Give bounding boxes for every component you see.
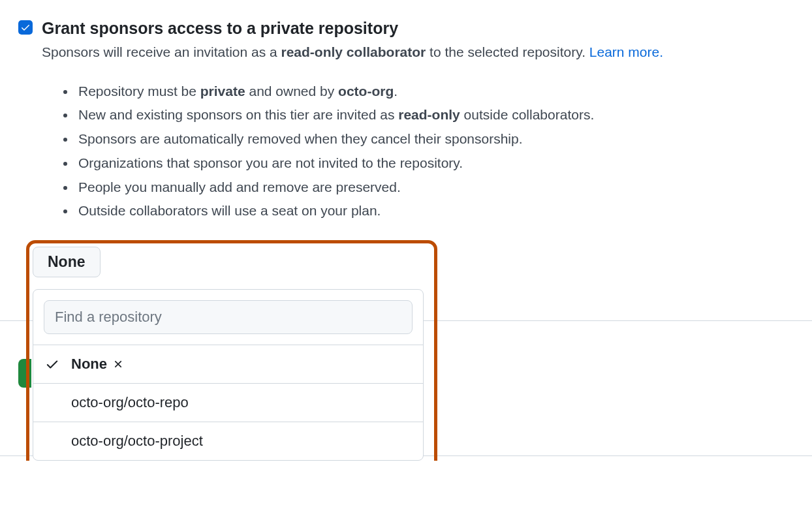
repository-selector: None None octo-org/octo-repo octo-org/oc… <box>33 247 794 461</box>
repository-search-input[interactable] <box>44 300 413 334</box>
option-description: Sponsors will receive an invitation as a… <box>42 42 794 63</box>
list-item: People you manually add and remove are p… <box>76 176 794 200</box>
list-item: Repository must be private and owned by … <box>76 80 794 104</box>
description-text-post: to the selected repository. <box>426 44 589 59</box>
option-title: Grant sponsors access to a private repos… <box>42 18 794 38</box>
list-item: Outside collaborators will use a seat on… <box>76 199 794 223</box>
search-wrapper <box>33 290 423 345</box>
repository-dropdown: None octo-org/octo-repo octo-org/octo-pr… <box>33 289 424 461</box>
description-text: Sponsors will receive an invitation as a <box>42 44 281 59</box>
learn-more-link[interactable]: Learn more. <box>589 44 663 59</box>
repository-select-button[interactable]: None <box>33 247 101 277</box>
dropdown-item-repo[interactable]: octo-org/octo-repo <box>33 384 423 422</box>
dropdown-item-label: octo-org/octo-project <box>71 433 203 450</box>
option-content: Grant sponsors access to a private repos… <box>42 18 794 223</box>
grant-access-option: Grant sponsors access to a private repos… <box>18 18 794 223</box>
description-bold: read-only collaborator <box>281 44 426 59</box>
check-icon <box>20 22 31 33</box>
list-item: Organizations that sponsor you are not i… <box>76 151 794 176</box>
dropdown-item-repo[interactable]: octo-org/octo-project <box>33 422 423 460</box>
dropdown-item-none[interactable]: None <box>33 345 423 384</box>
list-item: New and existing sponsors on this tier a… <box>76 103 794 127</box>
rules-list: Repository must be private and owned by … <box>76 80 794 224</box>
check-icon <box>45 357 71 371</box>
background-badge <box>18 359 31 388</box>
list-item: Sponsors are automatically removed when … <box>76 127 794 151</box>
grant-access-checkbox[interactable] <box>18 20 33 35</box>
dropdown-item-label: None <box>71 356 107 373</box>
dropdown-item-label: octo-org/octo-repo <box>71 394 189 411</box>
close-icon[interactable] <box>112 358 124 370</box>
